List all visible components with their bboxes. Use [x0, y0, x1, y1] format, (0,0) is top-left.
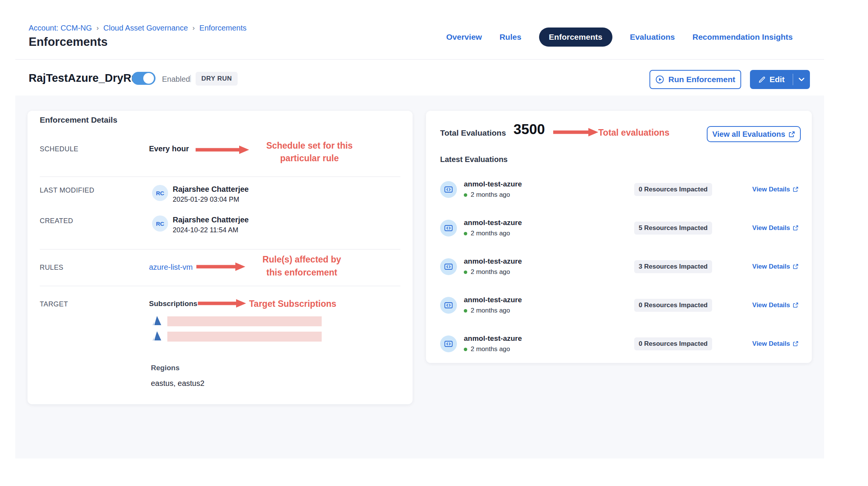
last-modified-timestamp: 2025-01-29 03:04 PM	[173, 196, 239, 204]
red-arrow	[198, 299, 246, 309]
view-details-link[interactable]: View Details	[752, 186, 798, 193]
target-annotation: Target Subscriptions	[249, 299, 336, 309]
view-details-link[interactable]: View Details	[752, 301, 798, 309]
tab-rules[interactable]: Rules	[499, 32, 521, 42]
evaluation-row: anmol-test-azure 2 months ago 3 Resource…	[440, 247, 798, 286]
play-circle-icon	[655, 75, 664, 84]
script-code-icon	[440, 181, 457, 198]
view-details-label: View Details	[752, 340, 790, 348]
avatar: RC	[152, 185, 168, 201]
regions-value: eastus, eastus2	[151, 379, 204, 388]
green-status-dot	[464, 232, 467, 235]
schedule-annotation-line1: Schedule set for this	[252, 141, 367, 151]
tab-evaluations[interactable]: Evaluations	[630, 32, 675, 42]
external-link-icon	[793, 341, 798, 347]
last-modified-label: LAST MODIFIED	[40, 186, 94, 194]
evaluation-age: 2 months ago	[471, 345, 510, 353]
tab-overview[interactable]: Overview	[446, 32, 482, 42]
evaluation-name: anmol-test-azure	[464, 180, 522, 188]
view-all-evaluations-label: View all Evaluations	[713, 130, 785, 139]
last-modified-name: Rajarshee Chatterjee	[173, 185, 249, 194]
external-link-icon	[789, 131, 795, 138]
green-status-dot	[464, 348, 467, 351]
target-label: TARGET	[40, 300, 68, 308]
toggle-knob	[143, 73, 154, 84]
evaluation-name: anmol-test-azure	[464, 257, 522, 266]
target-type-label: Subscriptions	[149, 300, 198, 308]
external-link-icon	[793, 302, 798, 308]
run-enforcement-label: Run Enforcement	[668, 75, 735, 84]
header-divider	[15, 59, 824, 60]
tab-enforcements[interactable]: Enforcements	[539, 28, 612, 47]
external-link-icon	[793, 264, 798, 269]
view-details-label: View Details	[752, 301, 790, 309]
rules-annotation-line1: Rule(s) affected by	[245, 254, 359, 265]
view-details-link[interactable]: View Details	[752, 263, 798, 271]
view-details-label: View Details	[752, 224, 790, 232]
row-divider	[40, 249, 400, 249]
view-details-label: View Details	[752, 263, 790, 271]
pencil-icon	[758, 76, 766, 84]
redacted-subscription-name	[167, 316, 322, 326]
breadcrumb-account[interactable]: Account: CCM-NG	[29, 24, 92, 32]
run-enforcement-button[interactable]: Run Enforcement	[649, 70, 741, 89]
rule-link[interactable]: azure-list-vm	[149, 263, 193, 272]
total-annotation: Total evaluations	[598, 128, 669, 138]
evaluation-name: anmol-test-azure	[464, 219, 522, 227]
view-details-link[interactable]: View Details	[752, 340, 798, 348]
resources-impacted-badge: 3 Resources Impacted	[634, 260, 712, 273]
tab-recommendation-insights[interactable]: Recommendation Insights	[693, 32, 793, 42]
red-arrow	[196, 145, 249, 156]
label-divider: |	[189, 74, 191, 83]
evaluation-row: anmol-test-azure 2 months ago 0 Resource…	[440, 324, 798, 363]
external-link-icon	[793, 186, 798, 192]
breadcrumb-cloud-asset-governance[interactable]: Cloud Asset Governance	[104, 24, 188, 32]
green-status-dot	[464, 271, 467, 274]
created-label: CREATED	[40, 217, 73, 225]
azure-icon	[151, 315, 163, 328]
latest-evaluations-list: anmol-test-azure 2 months ago 0 Resource…	[440, 170, 798, 363]
tab-bar: Overview Rules Enforcements Evaluations …	[446, 28, 793, 47]
schedule-annotation-line2: particular rule	[252, 153, 367, 164]
rules-annotation-line2: this enforcement	[245, 267, 359, 278]
resources-impacted-badge: 0 Resources Impacted	[634, 183, 712, 196]
latest-evaluations-label: Latest Evaluations	[440, 155, 508, 164]
view-all-evaluations-button[interactable]: View all Evaluations	[707, 126, 801, 142]
azure-icon	[151, 330, 163, 343]
edit-button-label: Edit	[769, 75, 785, 84]
evaluation-age: 2 months ago	[471, 268, 510, 276]
green-status-dot	[464, 193, 467, 197]
evaluation-row: anmol-test-azure 2 months ago 0 Resource…	[440, 286, 798, 324]
chevron-down-icon[interactable]	[793, 77, 810, 82]
edit-button[interactable]: Edit	[750, 70, 810, 89]
regions-label: Regions	[151, 364, 180, 372]
breadcrumb-separator-icon: ›	[97, 24, 99, 32]
enabled-toggle[interactable]	[132, 72, 155, 85]
script-code-icon	[440, 220, 457, 237]
resources-impacted-badge: 5 Resources Impacted	[634, 222, 712, 235]
external-link-icon	[793, 225, 798, 231]
evaluation-age: 2 months ago	[471, 307, 510, 314]
total-evaluations-label: Total Evaluations	[440, 128, 506, 138]
schedule-value: Every hour	[149, 144, 189, 153]
enabled-label: Enabled	[162, 75, 190, 84]
view-details-label: View Details	[752, 186, 790, 193]
enforcement-name: RajTestAzure_DryRun	[29, 72, 145, 84]
row-divider	[40, 286, 400, 286]
evaluation-row: anmol-test-azure 2 months ago 5 Resource…	[440, 209, 798, 247]
redacted-subscription-name	[167, 332, 322, 342]
resources-impacted-badge: 0 Resources Impacted	[634, 299, 712, 312]
breadcrumb: Account: CCM-NG › Cloud Asset Governance…	[29, 24, 246, 32]
schedule-label: SCHEDULE	[40, 145, 78, 153]
rules-label: RULES	[40, 264, 63, 272]
details-card-title: Enforcement Details	[40, 115, 117, 125]
breadcrumb-separator-icon: ›	[193, 24, 195, 32]
view-details-link[interactable]: View Details	[752, 224, 798, 232]
evaluation-row: anmol-test-azure 2 months ago 0 Resource…	[440, 170, 798, 209]
resources-impacted-badge: 0 Resources Impacted	[634, 337, 712, 350]
breadcrumb-enforcements[interactable]: Enforcements	[199, 24, 246, 32]
script-code-icon	[440, 258, 457, 275]
edit-button-main[interactable]: Edit	[750, 75, 793, 84]
created-timestamp: 2024-10-22 11:54 AM	[173, 226, 238, 234]
evaluation-age: 2 months ago	[471, 230, 510, 237]
